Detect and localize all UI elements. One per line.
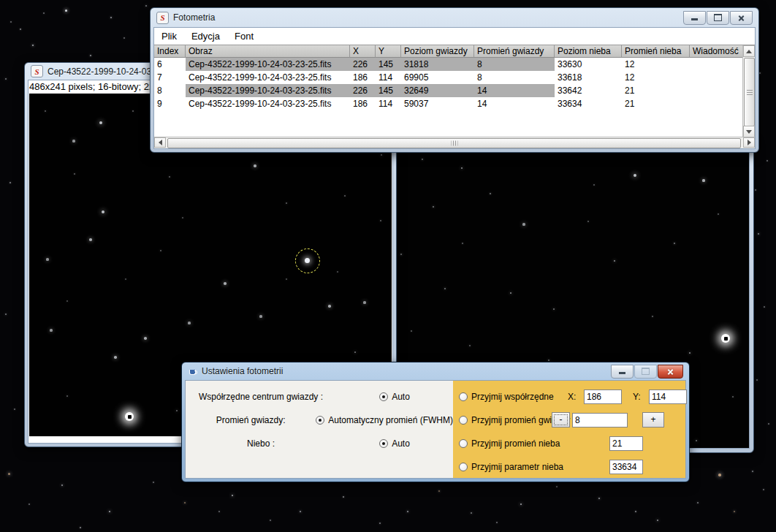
photometry-settings-dialog: Ustawienia fotometrii Współrzędne centru… xyxy=(181,362,690,482)
horizontal-scrollbar[interactable] xyxy=(154,137,755,148)
star xyxy=(520,503,522,506)
auto-radio-option[interactable]: Automatyczny promień (FWHM) xyxy=(316,415,453,425)
star xyxy=(160,250,161,251)
manual-radio-option[interactable]: Przyjmij parametr nieba xyxy=(459,459,563,475)
vertical-scrollbar[interactable] xyxy=(742,45,755,137)
star xyxy=(438,490,440,492)
results-table-body: 6Cep-43522-1999-10-24-03-23-25.fits22614… xyxy=(154,58,755,110)
star xyxy=(50,329,52,331)
table-row[interactable]: 6Cep-43522-1999-10-24-03-23-25.fits22614… xyxy=(154,58,755,71)
manual-radio-option[interactable]: Przyjmij promień nieba xyxy=(459,436,560,452)
star xyxy=(188,322,190,324)
manual-radio-option[interactable]: Przyjmij współrzędne xyxy=(459,389,554,405)
results-window-title: Fotometria xyxy=(173,12,215,23)
star xyxy=(224,282,227,285)
settings-row: Niebo :Auto xyxy=(186,436,453,451)
star xyxy=(718,213,719,215)
window-controls xyxy=(682,11,753,25)
table-cell: 59037 xyxy=(401,97,474,110)
saturated-star-core xyxy=(724,337,728,341)
manual-settings-row: Przyjmij współrzędneX:Y: xyxy=(453,389,685,405)
table-row[interactable]: 8Cep-43522-1999-10-24-03-23-25.fits22614… xyxy=(154,84,755,97)
star xyxy=(732,396,734,398)
table-cell: Cep-43522-1999-10-24-03-23-25.fits xyxy=(186,97,350,110)
star xyxy=(337,271,338,273)
scroll-right-button[interactable] xyxy=(743,137,755,148)
arrow-down-icon xyxy=(746,130,752,134)
star xyxy=(556,486,558,487)
table-cell: 8 xyxy=(474,58,555,71)
column-header: Poziom gwiazdy xyxy=(401,45,474,58)
star xyxy=(381,154,383,156)
close-button[interactable] xyxy=(730,11,753,25)
star xyxy=(652,316,653,317)
minimize-icon xyxy=(691,18,698,20)
maximize-button[interactable] xyxy=(707,11,729,25)
star xyxy=(407,511,408,512)
vertical-scroll-thumb[interactable] xyxy=(744,58,755,126)
close-button[interactable] xyxy=(658,365,683,379)
star xyxy=(286,202,287,204)
scroll-down-button[interactable] xyxy=(743,126,755,137)
star xyxy=(65,10,67,12)
increment-button[interactable]: + xyxy=(642,412,664,428)
star xyxy=(232,495,234,497)
star xyxy=(110,17,112,18)
table-cell: 14 xyxy=(474,84,555,97)
auto-radio-option[interactable]: Auto xyxy=(336,392,453,402)
star xyxy=(343,496,344,498)
star xyxy=(153,482,154,483)
star xyxy=(20,28,21,30)
star-radius-field[interactable] xyxy=(572,413,628,428)
star xyxy=(184,502,186,503)
star xyxy=(176,410,178,412)
star xyxy=(123,37,125,39)
settings-row-label: Współrzędne centrum gwiazdy : xyxy=(186,392,336,402)
menu-item-font[interactable]: Font xyxy=(227,28,261,45)
settings-dialog-titlebar[interactable]: Ustawienia fotometrii xyxy=(182,362,689,380)
menu-item-plik[interactable]: Plik xyxy=(154,28,184,45)
y-coordinate-field[interactable] xyxy=(649,390,687,404)
scroll-up-button[interactable] xyxy=(743,45,755,57)
star xyxy=(66,395,68,397)
star xyxy=(587,221,589,222)
results-window-body: PlikEdycjaFont IndexObrazXYPoziom gwiazd… xyxy=(153,27,756,149)
results-window-titlebar[interactable]: S Fotometria xyxy=(151,8,758,27)
star xyxy=(5,314,7,315)
menu-item-edycja[interactable]: Edycja xyxy=(184,28,227,45)
decrement-button[interactable]: - xyxy=(552,412,570,428)
table-cell: 9 xyxy=(154,97,186,110)
table-row[interactable]: 9Cep-43522-1999-10-24-03-23-25.fits18611… xyxy=(154,97,755,110)
minimize-button[interactable] xyxy=(683,11,706,25)
radio-icon xyxy=(379,392,388,401)
minimize-button[interactable] xyxy=(611,365,634,379)
star xyxy=(254,164,256,167)
sky-value-field[interactable] xyxy=(609,460,643,474)
table-cell: 186 xyxy=(350,97,376,110)
table-row[interactable]: 7Cep-43522-1999-10-24-03-23-25.fits18611… xyxy=(154,71,755,84)
table-cell xyxy=(690,58,745,71)
column-header: Wiadomość xyxy=(690,45,745,58)
star xyxy=(764,306,765,308)
manual-settings-row: Przyjmij promień nieba xyxy=(453,436,685,452)
star xyxy=(674,243,675,244)
results-table: IndexObrazXYPoziom gwiazdyPromień gwiazd… xyxy=(154,45,755,148)
star xyxy=(270,520,271,521)
star xyxy=(259,315,262,317)
horizontal-scroll-thumb[interactable] xyxy=(167,138,741,148)
maximize-icon xyxy=(714,14,722,21)
table-cell: 14 xyxy=(474,97,555,110)
star xyxy=(471,512,472,514)
scroll-left-button[interactable] xyxy=(154,137,166,148)
image-window-title: Cep-43522-1999-10-24-03 xyxy=(47,66,151,77)
sky-value-field[interactable] xyxy=(609,436,643,451)
manual-settings-panel: Przyjmij współrzędneX:Y:Przyjmij promień… xyxy=(453,381,685,478)
table-cell: 33634 xyxy=(555,97,622,110)
x-coordinate-field[interactable] xyxy=(584,390,622,404)
settings-row-label: Promień gwiazdy: xyxy=(186,415,316,425)
table-cell xyxy=(690,71,745,84)
field-label: X: xyxy=(568,392,576,402)
star xyxy=(380,220,381,221)
auto-radio-option[interactable]: Auto xyxy=(336,438,453,449)
star xyxy=(755,189,756,191)
